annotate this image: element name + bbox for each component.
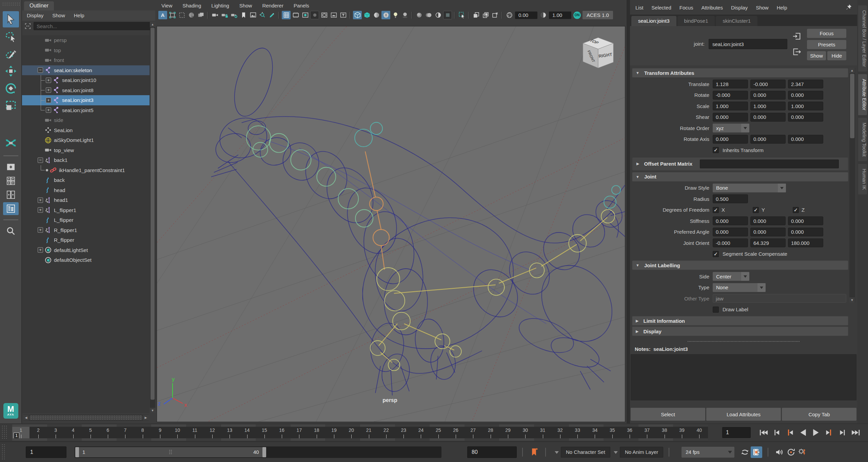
frame-1[interactable]: 11 (12, 427, 29, 438)
attr-field[interactable] (713, 216, 748, 225)
dropdown[interactable]: xyz (713, 124, 749, 132)
auto-keyframe-icon[interactable] (797, 446, 808, 458)
frame-28[interactable]: 28 (482, 427, 499, 438)
exposure-value[interactable]: 0.00 (515, 12, 537, 19)
next-key-button[interactable] (823, 426, 835, 439)
toolbox-grip[interactable] (2, 2, 20, 7)
frame-6[interactable]: 6 (99, 427, 116, 438)
outliner-row-seaLion-joint5[interactable]: +seaLion:joint5 (22, 105, 150, 115)
cached-playback-icon[interactable] (785, 446, 797, 458)
expand-toggle-icon[interactable]: + (38, 247, 43, 253)
lock-camera-icon[interactable] (220, 11, 229, 19)
attr-field[interactable] (750, 238, 786, 247)
expand-toggle-icon[interactable]: + (46, 78, 51, 83)
copy-tab-out-icon[interactable] (792, 47, 802, 57)
frame-3[interactable]: 3 (47, 427, 64, 438)
show-button[interactable]: Show (807, 51, 826, 60)
notes-field[interactable] (631, 354, 856, 400)
attr-field[interactable] (713, 80, 748, 88)
tab-bindPose1[interactable]: bindPose1 (677, 16, 715, 26)
isolate-select-icon[interactable] (472, 11, 480, 19)
rotate-tool[interactable] (3, 80, 19, 97)
loop-playback-icon[interactable] (739, 446, 751, 458)
pan-zoom-icon[interactable] (258, 11, 267, 19)
section-header-limit-information[interactable]: ▶Limit Information (632, 316, 848, 326)
field-chart-icon[interactable] (320, 11, 329, 19)
search-input[interactable] (34, 22, 153, 30)
select-camera-icon[interactable] (211, 11, 219, 19)
time-slider-grip[interactable] (1, 425, 7, 440)
outliner-row-seaLion-joint8[interactable]: +seaLion:joint8 (22, 85, 150, 96)
scroll-up-icon[interactable]: ▲ (849, 68, 855, 73)
fog-toggle[interactable] (443, 11, 452, 19)
move-tool[interactable] (3, 63, 19, 79)
outliner-row-L-flipper[interactable]: L_flipper (22, 215, 150, 225)
frame-16[interactable]: 16 (273, 427, 290, 438)
depth-of-field-icon[interactable] (434, 11, 442, 19)
section-header-display[interactable]: ▶Display (632, 327, 848, 336)
character-set-dropdown-icon[interactable] (555, 451, 559, 456)
filter-icon[interactable] (24, 22, 32, 30)
frame-7[interactable]: 7 (117, 427, 134, 438)
animation-start-field[interactable] (26, 446, 66, 458)
image-plane-icon[interactable] (249, 11, 257, 19)
step-forward-button[interactable] (836, 426, 849, 439)
anim-layer-selector[interactable]: No Anim Layer (620, 447, 663, 458)
camera-attributes-icon[interactable] (230, 11, 238, 19)
notes-resize-handle[interactable] (688, 341, 800, 342)
load-attributes-button[interactable]: Load Attributes (706, 408, 781, 421)
scroll-right-icon[interactable]: ▶ (143, 415, 149, 420)
outliner-hscrollbar[interactable]: ◀ ▶ (23, 415, 149, 421)
outliner-row-R-flipper[interactable]: R_flipper (22, 235, 150, 245)
menu-shading[interactable]: Shading (182, 3, 201, 8)
sidebar-tab-channel-box-layer-editor[interactable]: Channel Box / Layer Editor (858, 5, 867, 71)
frame-selected-icon[interactable] (168, 11, 177, 19)
frame-31[interactable]: 31 (534, 427, 551, 438)
frame-15[interactable]: 15 (256, 427, 273, 438)
select-tool[interactable] (3, 11, 19, 27)
section-header-joint[interactable]: ▼Joint (632, 172, 848, 182)
outliner-row-defaultLightSet[interactable]: +defaultLightSet (22, 245, 150, 255)
image-planes-icon[interactable] (196, 11, 205, 19)
frame-17[interactable]: 17 (291, 427, 308, 438)
outliner-row-front[interactable]: front (22, 55, 150, 65)
frame-23[interactable]: 23 (395, 427, 412, 438)
menu-view[interactable]: View (161, 3, 172, 8)
frame-30[interactable]: 30 (517, 427, 534, 438)
attr-field[interactable] (750, 113, 786, 122)
viewport-3d[interactable]: TOP FRONT RIGHT y x z persp (157, 26, 625, 422)
last-tool-used[interactable] (3, 135, 19, 151)
attr-field[interactable] (750, 102, 786, 110)
tab-skinCluster1[interactable]: skinCluster1 (716, 16, 757, 26)
frame-29[interactable]: 29 (499, 427, 516, 438)
speaker-icon[interactable] (774, 446, 785, 458)
textured-mode[interactable] (381, 11, 390, 19)
pin-icon[interactable] (845, 3, 852, 11)
menu-show[interactable]: Show (239, 3, 252, 8)
attr-field[interactable] (750, 216, 786, 225)
safe-action-icon[interactable] (329, 11, 338, 19)
menu-show[interactable]: Show (756, 5, 769, 10)
frame-8[interactable]: 8 (134, 427, 151, 438)
motion-blur-toggle[interactable] (424, 11, 433, 19)
attr-field[interactable] (788, 80, 823, 88)
section-header-transform-attributes[interactable]: ▼Transform Attributes (632, 68, 848, 78)
joint-name-field[interactable] (709, 39, 787, 49)
frame-10[interactable]: 10 (169, 427, 186, 438)
frame-2[interactable]: 2 (29, 427, 47, 438)
expand-toggle-icon[interactable]: + (46, 87, 51, 93)
gamma-icon[interactable] (539, 11, 548, 19)
attr-field[interactable] (788, 135, 823, 144)
animation-end-field[interactable] (467, 446, 517, 458)
frame-9[interactable]: 9 (151, 427, 169, 438)
dropdown[interactable]: Bone (713, 184, 786, 192)
section-header-joint-labelling[interactable]: ▼Joint Labelling (632, 260, 848, 270)
attr-field[interactable] (713, 113, 748, 122)
menu-attributes[interactable]: Attributes (702, 5, 723, 10)
frame-36[interactable]: 36 (621, 427, 638, 438)
sidebar-tab-human-ik[interactable]: Human IK (858, 164, 867, 194)
attr-field[interactable] (750, 80, 786, 88)
menu-list[interactable]: List (635, 5, 643, 10)
attr-field[interactable] (713, 102, 748, 110)
resolution-gate-icon[interactable] (301, 11, 310, 19)
